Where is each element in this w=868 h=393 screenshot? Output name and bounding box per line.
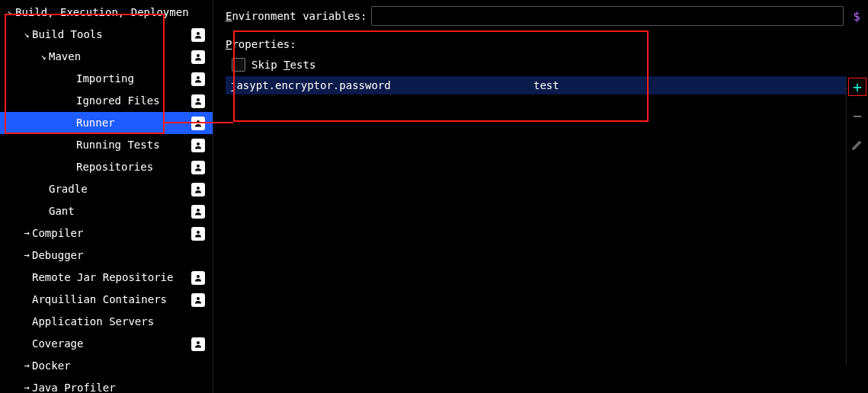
project-badge-icon [191,205,205,219]
property-key[interactable]: jasypt.encryptor.password [226,76,529,94]
sidebar-item-ignored-files[interactable]: Ignored Files [0,90,213,112]
tree-arrow-icon: ↘ [5,2,15,24]
svg-point-9 [197,231,200,234]
sidebar-item-running-tests[interactable]: Running Tests [0,134,213,156]
svg-point-8 [197,209,200,212]
sidebar-item-build-tools[interactable]: ↘Build Tools [0,24,213,46]
properties-table[interactable]: jasypt.encryptor.password test [226,76,847,366]
sidebar-item-label: Coverage [32,333,191,355]
svg-point-0 [197,32,200,35]
project-badge-icon [191,183,205,196]
skip-tests-checkbox[interactable] [232,58,245,72]
sidebar-item-arquillian-containers[interactable]: Arquillian Containers [0,289,213,311]
sidebar-item-importing[interactable]: Importing [0,68,213,90]
sidebar-item-label: Java Profiler [32,377,213,393]
tree-arrow-icon: → [21,244,32,267]
svg-point-5 [197,142,200,145]
svg-point-6 [197,165,200,168]
sidebar-item-remote-jar-repositorie[interactable]: Remote Jar Repositorie [0,267,213,289]
svg-point-11 [197,297,200,300]
sidebar-item-label: Remote Jar Repositorie [32,267,191,289]
sidebar-item-gradle[interactable]: Gradle [0,178,213,200]
sidebar-item-label: Arquillian Containers [32,289,191,311]
sidebar-item-build-execution-deploymen[interactable]: ↘Build, Execution, Deploymen [0,2,213,24]
project-badge-icon [191,227,205,241]
sidebar-item-label: Repositories [76,156,191,178]
sidebar-item-docker[interactable]: →Docker [0,355,213,377]
sidebar-item-label: Maven [49,46,191,68]
sidebar-item-java-profiler[interactable]: →Java Profiler [0,377,213,393]
sidebar-item-application-servers[interactable]: Application Servers [0,311,213,333]
property-value[interactable]: test [529,76,846,94]
tree-arrow-icon: → [21,355,32,377]
sidebar-item-label: Gant [49,200,191,222]
svg-point-2 [197,76,200,79]
add-property-button[interactable]: + [848,78,866,96]
project-badge-icon [191,72,205,86]
project-badge-icon [191,337,205,351]
sidebar-item-label: Debugger [32,244,213,267]
sidebar-item-label: Running Tests [76,134,191,156]
svg-point-3 [197,98,200,101]
sidebar-item-label: Build, Execution, Deploymen [15,2,213,24]
sidebar-item-label: Compiler [32,222,191,244]
project-badge-icon [191,50,205,64]
sidebar-item-gant[interactable]: Gant [0,200,213,222]
sidebar-item-compiler[interactable]: →Compiler [0,222,213,244]
env-variables-input[interactable] [371,6,844,26]
tree-arrow-icon: → [21,222,32,244]
svg-point-7 [197,187,200,190]
svg-point-4 [197,120,200,123]
sidebar-item-runner[interactable]: Runner [0,112,213,134]
remove-property-button[interactable]: − [848,107,866,125]
project-badge-icon [191,293,205,307]
sidebar-item-label: Runner [76,112,191,134]
sidebar-item-label: Importing [76,68,191,90]
project-badge-icon [191,161,205,174]
table-row[interactable]: jasypt.encryptor.password test [226,76,846,94]
sidebar-item-label: Docker [32,355,213,377]
edit-property-button[interactable] [848,136,866,154]
project-badge-icon [191,139,205,152]
sidebar-item-maven[interactable]: ↘Maven [0,46,213,68]
project-badge-icon [191,28,205,42]
project-badge-icon [191,94,205,108]
project-badge-icon [191,271,205,285]
properties-label: Properties: [226,38,868,50]
sidebar-item-label: Application Servers [32,311,213,333]
env-variables-expand-icon[interactable]: $ [853,9,868,24]
table-side-buttons: + − [847,76,868,366]
tree-arrow-icon: → [21,377,32,393]
runner-settings-panel: Environment variables: $ Properties: Ski… [213,0,868,393]
svg-point-10 [197,275,200,278]
skip-tests-label: Skip Tests [251,59,315,71]
settings-sidebar: ↘Build, Execution, Deploymen↘Build Tools… [0,0,213,393]
tree-arrow-icon: ↘ [38,46,49,68]
svg-point-12 [197,341,200,344]
svg-point-1 [197,54,200,57]
project-badge-icon [191,117,205,130]
sidebar-item-label: Gradle [49,178,191,200]
tree-arrow-icon: ↘ [21,24,32,46]
sidebar-item-repositories[interactable]: Repositories [0,156,213,178]
env-variables-label: Environment variables: [226,10,367,22]
sidebar-item-label: Build Tools [32,24,191,46]
sidebar-item-label: Ignored Files [76,90,191,112]
sidebar-item-coverage[interactable]: Coverage [0,333,213,355]
sidebar-item-debugger[interactable]: →Debugger [0,244,213,267]
